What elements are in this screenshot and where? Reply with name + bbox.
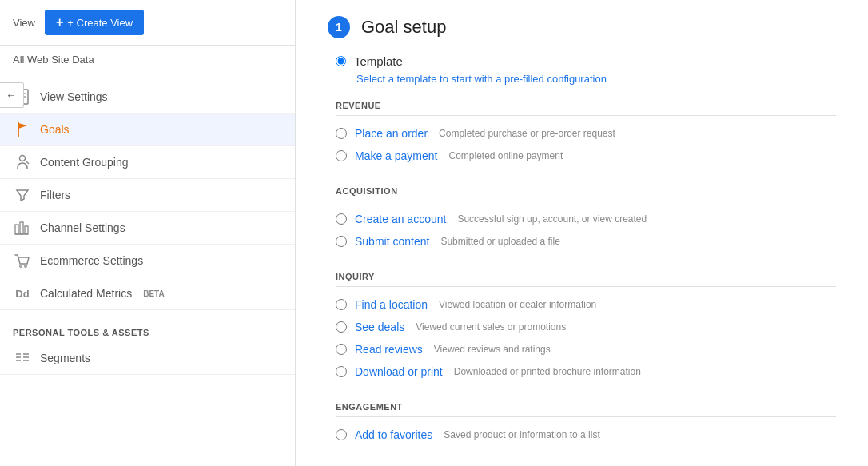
radio-download-print[interactable]	[336, 366, 347, 377]
goal-option-desc-make-payment: Completed online payment	[449, 150, 563, 161]
back-button[interactable]: ←	[0, 82, 24, 108]
goal-option-desc-read-reviews: Viewed reviews and ratings	[434, 344, 551, 355]
nav-items: View Settings Goals	[0, 74, 295, 317]
calculated-metrics-label: Calculated Metrics	[40, 287, 132, 300]
category-engagement: ENGAGEMENTAdd to favoritesSaved product …	[336, 396, 836, 446]
sidebar-item-content-grouping[interactable]: Content Grouping	[0, 146, 295, 179]
template-radio[interactable]	[336, 56, 346, 66]
create-view-label: + Create View	[67, 17, 133, 29]
view-settings-label: View Settings	[40, 90, 108, 103]
svg-rect-7	[15, 225, 18, 234]
person-icon	[13, 153, 32, 172]
radio-make-payment[interactable]	[336, 150, 347, 161]
goal-option-submit-content: Submit contentSubmitted or uploaded a fi…	[336, 230, 836, 253]
category-header-engagement: ENGAGEMENT	[336, 396, 836, 417]
template-radio-row: Template	[336, 54, 836, 68]
content-grouping-label: Content Grouping	[40, 156, 129, 169]
main-content: 1 Goal setup Template Select a template …	[296, 0, 868, 466]
create-view-button[interactable]: + + Create View	[45, 10, 144, 35]
svg-rect-8	[20, 222, 23, 234]
view-label: View	[13, 17, 35, 29]
sidebar-item-channel-settings[interactable]: Channel Settings	[0, 212, 295, 245]
category-inquiry: INQUIRYFind a locationViewed location or…	[336, 265, 836, 383]
goal-option-desc-find-location: Viewed location or dealer information	[439, 299, 596, 310]
svg-point-5	[20, 156, 26, 161]
goal-option-desc-add-favorites: Saved product or information to a list	[444, 429, 599, 440]
goal-option-place-order: Place an orderCompleted purchase or pre-…	[336, 122, 836, 145]
sidebar: View + + Create View All Web Site Data ←…	[0, 0, 296, 466]
goal-option-download-print: Download or printDownloaded or printed b…	[336, 360, 836, 383]
svg-rect-9	[25, 226, 28, 234]
radio-place-order[interactable]	[336, 128, 347, 139]
beta-badge: BETA	[143, 289, 164, 298]
filters-label: Filters	[40, 189, 70, 201]
template-label[interactable]: Template	[354, 54, 403, 68]
category-acquisition: ACQUISITIONCreate an accountSuccessful s…	[336, 180, 836, 253]
goal-option-name-read-reviews[interactable]: Read reviews	[355, 343, 423, 356]
sidebar-header: View + + Create View	[0, 0, 295, 46]
goal-option-find-location: Find a locationViewed location or dealer…	[336, 293, 836, 316]
categories-container: REVENUEPlace an orderCompleted purchase …	[336, 94, 836, 446]
goal-option-desc-create-account: Successful sign up, account, or view cre…	[457, 213, 647, 225]
category-revenue: REVENUEPlace an orderCompleted purchase …	[336, 94, 836, 167]
flag-icon	[13, 120, 32, 139]
radio-find-location[interactable]	[336, 299, 347, 310]
category-header-acquisition: ACQUISITION	[336, 180, 836, 201]
goal-setup-title: Goal setup	[361, 17, 446, 38]
nav-section: ← View Settings	[0, 74, 295, 317]
radio-submit-content[interactable]	[336, 236, 347, 247]
svg-point-11	[20, 265, 22, 268]
site-name: All Web Site Data	[0, 46, 295, 74]
category-header-revenue: REVENUE	[336, 94, 836, 116]
filter-icon	[13, 185, 32, 205]
personal-tools-header: PERSONAL TOOLS & ASSETS	[0, 317, 295, 342]
svg-point-12	[25, 265, 27, 268]
category-header-inquiry: INQUIRY	[336, 265, 836, 287]
radio-see-deals[interactable]	[336, 321, 347, 333]
ecommerce-settings-label: Ecommerce Settings	[40, 254, 143, 267]
sidebar-item-view-settings[interactable]: View Settings	[0, 81, 295, 114]
sidebar-item-filters[interactable]: Filters	[0, 179, 295, 212]
template-description: Select a template to start with a pre-fi…	[356, 73, 836, 85]
goal-option-see-deals: See dealsViewed current sales or promoti…	[336, 316, 836, 338]
goal-setup-header: 1 Goal setup	[328, 16, 836, 38]
plus-icon: +	[56, 15, 63, 30]
sidebar-item-segments[interactable]: Segments	[0, 342, 295, 375]
segments-label: Segments	[40, 352, 90, 364]
dd-icon: Dd	[13, 284, 32, 303]
radio-create-account[interactable]	[336, 213, 347, 225]
template-section: Template Select a template to start with…	[328, 54, 836, 446]
goal-option-desc-place-order: Completed purchase or pre-order request	[439, 128, 615, 139]
goal-option-create-account: Create an accountSuccessful sign up, acc…	[336, 208, 836, 230]
goals-label: Goals	[40, 123, 70, 136]
goal-option-desc-download-print: Downloaded or printed brochure informati…	[454, 366, 641, 377]
goal-option-desc-submit-content: Submitted or uploaded a file	[440, 236, 559, 247]
goal-option-add-favorites: Add to favoritesSaved product or informa…	[336, 424, 836, 446]
sidebar-item-goals[interactable]: Goals	[0, 114, 295, 146]
radio-add-favorites[interactable]	[336, 429, 347, 440]
goal-option-name-download-print[interactable]: Download or print	[355, 365, 443, 378]
goal-option-name-place-order[interactable]: Place an order	[355, 127, 428, 140]
radio-read-reviews[interactable]	[336, 344, 347, 355]
goal-option-name-create-account[interactable]: Create an account	[355, 213, 446, 225]
goal-option-name-submit-content[interactable]: Submit content	[355, 235, 429, 248]
step-circle: 1	[328, 16, 350, 38]
goal-option-name-find-location[interactable]: Find a location	[355, 298, 428, 311]
segments-icon	[13, 349, 32, 368]
channel-settings-label: Channel Settings	[40, 221, 125, 234]
goal-option-make-payment: Make a paymentCompleted online payment	[336, 145, 836, 167]
goal-option-name-make-payment[interactable]: Make a payment	[355, 149, 438, 162]
goal-option-read-reviews: Read reviewsViewed reviews and ratings	[336, 338, 836, 360]
cart-icon	[13, 251, 32, 270]
svg-line-6	[26, 161, 29, 164]
goal-option-name-add-favorites[interactable]: Add to favorites	[355, 428, 432, 441]
goal-option-desc-see-deals: Viewed current sales or promotions	[416, 321, 566, 333]
channel-icon	[13, 218, 32, 237]
sidebar-item-calculated-metrics[interactable]: Dd Calculated Metrics BETA	[0, 277, 295, 310]
sidebar-item-ecommerce-settings[interactable]: Ecommerce Settings	[0, 245, 295, 277]
goal-option-name-see-deals[interactable]: See deals	[355, 321, 404, 333]
